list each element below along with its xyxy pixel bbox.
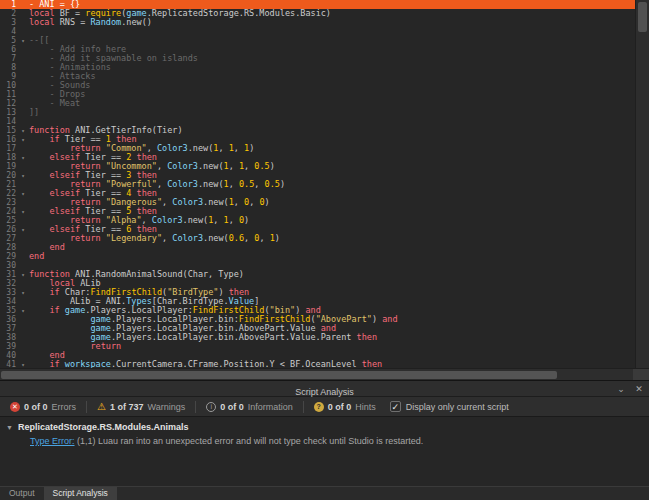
editor-vertical-scrollbar[interactable] [635,0,649,368]
fold-arrow-icon[interactable]: ▾ [17,270,29,279]
fold-gutter [17,324,29,333]
close-panel-icon[interactable]: ✕ [633,382,645,396]
line-number: 41 [0,360,17,368]
statusbar-tabs: OutputScript Analysis [0,487,117,500]
fold-gutter [17,234,29,243]
line-number: 40 [0,351,17,360]
fold-arrow-icon[interactable]: ▾ [17,360,29,368]
display-only-current-script-toggle[interactable]: ✓ Display only current script [390,401,509,412]
fold-gutter [17,0,29,9]
information-filter-button[interactable]: i 0 of 0 Information [202,402,297,412]
warnings-count: 1 of 737 [110,402,144,412]
vertical-scrollbar-thumb[interactable] [638,2,647,32]
line-number: 9 [0,72,17,81]
line-number: 33 [0,288,17,297]
code-line-27[interactable]: 27 return "Legendary", Color3.new(0.6, 0… [0,234,635,243]
panel-title: Script Analysis [295,387,354,397]
fold-arrow-icon[interactable]: ▾ [17,288,29,297]
fold-gutter [17,18,29,27]
fold-arrow-icon[interactable]: ▾ [17,36,29,45]
fold-gutter [17,54,29,63]
line-number: 29 [0,252,17,261]
fold-arrow-icon[interactable]: ▾ [17,126,29,135]
line-number: 6 [0,45,17,54]
errors-label: Errors [52,402,77,412]
fold-arrow-icon[interactable]: ▾ [17,153,29,162]
code-line-3[interactable]: 3local RNS = Random.new() [0,18,635,27]
line-number: 4 [0,27,17,36]
information-label: Information [248,402,293,412]
warnings-filter-button[interactable]: ⚠ 1 of 737 Warnings [93,402,189,412]
line-number: 25 [0,216,17,225]
fold-arrow-icon[interactable]: ▾ [17,171,29,180]
code-line-12[interactable]: 12 - Meat [0,99,635,108]
line-number: 3 [0,18,17,27]
line-number: 27 [0,234,17,243]
toolbar-separator [86,401,87,413]
code-lines[interactable]: 1- ANI = {}2local BF = require(game.Repl… [0,0,635,368]
fold-gutter [17,252,29,261]
fold-arrow-icon[interactable]: ▾ [17,189,29,198]
line-number: 14 [0,117,17,126]
line-number: 13 [0,108,17,117]
fold-arrow-icon[interactable]: ▾ [17,135,29,144]
fold-arrow-icon[interactable]: ▾ [17,306,29,315]
code-line-11[interactable]: 11 - Drops [0,90,635,99]
code-line-4[interactable]: 4 [0,27,635,36]
analysis-message-row[interactable]: Type Error: (1,1) Luau ran into an unexp… [0,434,649,448]
fold-gutter [17,108,29,117]
information-icon: i [206,402,216,412]
toolbar-separator [195,401,196,413]
hints-filter-button[interactable]: ? 0 of 0 Hints [310,402,380,412]
errors-count: 0 of 0 [24,402,48,412]
code-line-9[interactable]: 9 - Attacks [0,72,635,81]
fold-gutter [17,72,29,81]
code-line-28[interactable]: 28 end [0,243,635,252]
script-analysis-header[interactable]: Script Analysis ⌄ ✕ [0,381,649,397]
code-line-13[interactable]: 13]] [0,108,635,117]
line-number: 18 [0,153,17,162]
code-text: return "Legendary", Color3.new(0.6, 0, 1… [29,234,280,243]
line-number: 16 [0,135,17,144]
code-line-10[interactable]: 10 - Sounds [0,81,635,90]
line-number: 21 [0,180,17,189]
line-number: 34 [0,297,17,306]
fold-gutter [17,342,29,351]
line-number: 8 [0,63,17,72]
line-number: 12 [0,99,17,108]
fold-arrow-icon[interactable]: ▾ [17,225,29,234]
fold-gutter [17,63,29,72]
scrollbar-corner [633,368,649,380]
type-error-link[interactable]: Type Error: [30,436,75,446]
line-number: 22 [0,189,17,198]
line-number: 11 [0,90,17,99]
fold-gutter [17,279,29,288]
script-analysis-results: ▼ ReplicatedStorage.RS.Modules.Animals T… [0,417,649,485]
line-number: 36 [0,315,17,324]
fold-arrow-icon[interactable]: ▾ [17,207,29,216]
script-analysis-panel: Script Analysis ⌄ ✕ ✕ 0 of 0 Errors ⚠ 1 … [0,380,649,486]
hints-label: Hints [355,402,376,412]
display-only-current-script-label: Display only current script [406,402,509,412]
script-editor[interactable]: 1- ANI = {}2local BF = require(game.Repl… [0,0,649,380]
line-number: 38 [0,333,17,342]
fold-gutter [17,162,29,171]
dock-options-icon[interactable]: ⌄ [615,382,627,396]
editor-horizontal-scrollbar[interactable] [0,368,633,380]
fold-gutter [17,351,29,360]
fold-gutter [17,243,29,252]
warnings-label: Warnings [148,402,186,412]
tree-expand-icon[interactable]: ▼ [6,424,18,431]
tab-output[interactable]: Output [0,487,44,500]
errors-filter-button[interactable]: ✕ 0 of 0 Errors [6,402,80,412]
code-line-39[interactable]: 39 return [0,342,635,351]
display-only-current-script-checkbox[interactable]: ✓ [390,401,401,412]
script-tree-item[interactable]: ▼ ReplicatedStorage.RS.Modules.Animals [0,420,649,434]
line-number: 20 [0,171,17,180]
code-line-41[interactable]: 41▾ if workspace.CurrentCamera.CFrame.Po… [0,360,635,368]
line-number: 28 [0,243,17,252]
line-number: 17 [0,144,17,153]
horizontal-scrollbar-thumb[interactable] [1,371,557,379]
code-line-29[interactable]: 29end [0,252,635,261]
tab-script-analysis[interactable]: Script Analysis [44,487,117,500]
